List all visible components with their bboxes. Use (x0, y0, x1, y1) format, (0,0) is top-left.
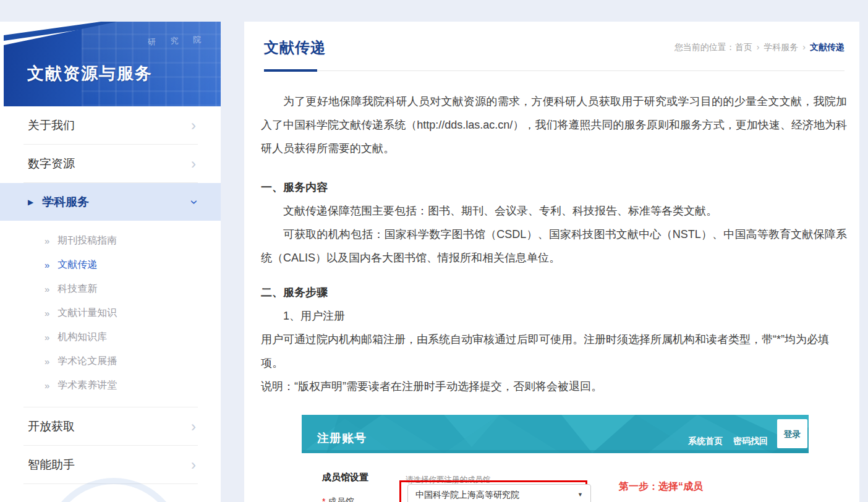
system-home-link[interactable]: 系统首页 (688, 429, 723, 453)
member-library-settings-label: 成员馆设置 (322, 466, 368, 489)
section2-step-title: 1、用户注册 (261, 304, 847, 328)
sidebar-item-about[interactable]: 关于我们 › (0, 106, 221, 144)
section2-paragraph2: 说明：“版权声明”需要读者在注册时手动选择提交，否则将会被退回。 (261, 375, 847, 398)
sidebar-subitem-bibliometrics[interactable]: » 文献计量知识 (0, 301, 221, 325)
title-underline (264, 70, 845, 71)
sidebar-nav: 关于我们 › 数字资源 › ▶ 学科服务 › » 期刊投稿指南 » 文献传递 » (0, 106, 221, 484)
triangle-right-icon: ▶ (28, 198, 33, 206)
member-library-select[interactable]: 中国科学院上海高等研究院 ▼ (407, 484, 591, 502)
sidebar-item-subject-services[interactable]: ▶ 学科服务 › (0, 183, 221, 221)
subitem-label: 学术素养讲堂 (57, 379, 117, 392)
double-arrow-icon: » (45, 284, 49, 294)
breadcrumb-home-link[interactable]: 首页 (735, 42, 752, 52)
double-arrow-icon: » (45, 308, 49, 318)
sidebar-item-label: 数字资源 (28, 156, 75, 172)
sidebar-subitem-academic-literacy[interactable]: » 学术素养讲堂 (0, 373, 221, 398)
registration-header-banner: 注册账号 系统首页 密码找回 登录 (302, 415, 809, 453)
sidebar-item-label: 智能助手 (28, 457, 75, 473)
section1-paragraph2: 可获取的机构包括：国家科学数字图书馆（CSDL）、国家科技图书文献中心（NSTL… (261, 223, 847, 270)
double-arrow-icon: » (45, 356, 49, 367)
dropdown-caret-icon: ▼ (577, 483, 583, 502)
double-arrow-icon: » (45, 236, 49, 246)
sidebar-title: 文献资源与服务 (27, 62, 153, 85)
sidebar-subitem-document-delivery[interactable]: » 文献传递 (0, 253, 221, 277)
required-asterisk: * (322, 496, 325, 502)
chevron-right-icon: › (191, 419, 196, 434)
content-header: 文献传递 您当前的位置：首页›学科服务›文献传递 (244, 22, 859, 57)
chevron-right-icon: › (191, 457, 196, 472)
section1-heading: 一、服务内容 (261, 176, 847, 199)
subitem-label: 科技查新 (57, 283, 97, 296)
step1-annotation: 第一步：选择“成员 馆”和“读者类型” (619, 475, 736, 502)
section2-paragraph1: 用户可通过院内机构邮箱注册，由系统自动审核通过后即可使用。注册时须选择所属机构和… (261, 328, 847, 375)
member-library-field-label: *成员馆 (322, 490, 354, 502)
section2-heading: 二、服务步骤 (261, 281, 847, 304)
register-header-nav: 系统首页 密码找回 (688, 429, 768, 453)
password-recovery-link[interactable]: 密码找回 (733, 429, 768, 453)
sidebar-item-label: 关于我们 (28, 117, 75, 134)
subitem-label: 学术论文展播 (57, 355, 117, 368)
sidebar-subitem-novelty-search[interactable]: » 科技查新 (0, 277, 221, 301)
breadcrumb-prefix: 您当前的位置： (674, 42, 735, 52)
subitem-label: 机构知识库 (57, 331, 107, 344)
breadcrumb-separator: › (802, 42, 806, 52)
intro-paragraph: 为了更好地保障我院科研人员对文献资源的需求，方便科研人员获取用于研究或学习目的的… (261, 90, 847, 160)
login-button[interactable]: 登录 (777, 419, 807, 448)
sidebar-item-label: 开放获取 (28, 419, 75, 435)
sidebar-item-label: 学科服务 (42, 194, 89, 210)
annotation-line1: 第一步：选择“成员 (619, 475, 736, 497)
subitem-label: 期刊投稿指南 (57, 234, 117, 247)
sidebar-subitem-paper-showcase[interactable]: » 学术论文展播 (0, 349, 221, 373)
sidebar-subitem-institutional-repository[interactable]: » 机构知识库 (0, 325, 221, 349)
member-library-selected-value: 中国科学院上海高等研究院 (415, 483, 519, 502)
register-account-title: 注册账号 (317, 427, 367, 450)
main-content: 文献传递 您当前的位置：首页›学科服务›文献传递 为了更好地保障我院科研人员对文… (244, 22, 859, 502)
double-arrow-icon: » (45, 332, 49, 342)
subitem-label: 文献传递 (57, 258, 97, 271)
sidebar-subitem-journal-guide[interactable]: » 期刊投稿指南 (0, 229, 221, 253)
field-label-text: 成员馆 (328, 496, 354, 502)
chevron-right-icon: › (191, 156, 196, 171)
article-body: 为了更好地保障我院科研人员对文献资源的需求，方便科研人员获取用于研究或学习目的的… (244, 71, 859, 502)
double-arrow-icon: » (45, 260, 49, 270)
registration-screenshot: 注册账号 系统首页 密码找回 登录 成员馆设置 请选择你要注册的成员馆 *成员馆… (302, 415, 809, 502)
breadcrumb-current: 文献传递 (810, 42, 845, 52)
breadcrumb-subject-services-link[interactable]: 学科服务 (764, 42, 798, 52)
breadcrumb: 您当前的位置：首页›学科服务›文献传递 (674, 42, 845, 53)
sidebar: 研 究 院 文献资源与服务 关于我们 › 数字资源 › ▶ 学科服务 › » 期… (0, 22, 221, 502)
sidebar-item-open-access[interactable]: 开放获取 › (0, 407, 221, 445)
section1-paragraph1: 文献传递保障范围主要包括：图书、期刊、会议录、专利、科技报告、标准等各类文献。 (261, 199, 847, 223)
page-title: 文献传递 (264, 38, 326, 57)
subitem-label: 文献计量知识 (57, 307, 117, 320)
sidebar-item-digital-resources[interactable]: 数字资源 › (0, 145, 221, 182)
chevron-down-icon: › (185, 200, 202, 204)
sidebar-sublist: » 期刊投稿指南 » 文献传递 » 科技查新 » 文献计量知识 » 机构知识库 … (0, 221, 221, 407)
member-library-form: 成员馆设置 请选择你要注册的成员馆 *成员馆 中国科学院上海高等研究院 ▼ *读… (302, 453, 809, 502)
double-arrow-icon: » (45, 380, 49, 391)
chevron-right-icon: › (191, 118, 196, 133)
annotation-line2: 馆”和“读者类型” (619, 497, 736, 502)
breadcrumb-separator: › (757, 42, 760, 52)
